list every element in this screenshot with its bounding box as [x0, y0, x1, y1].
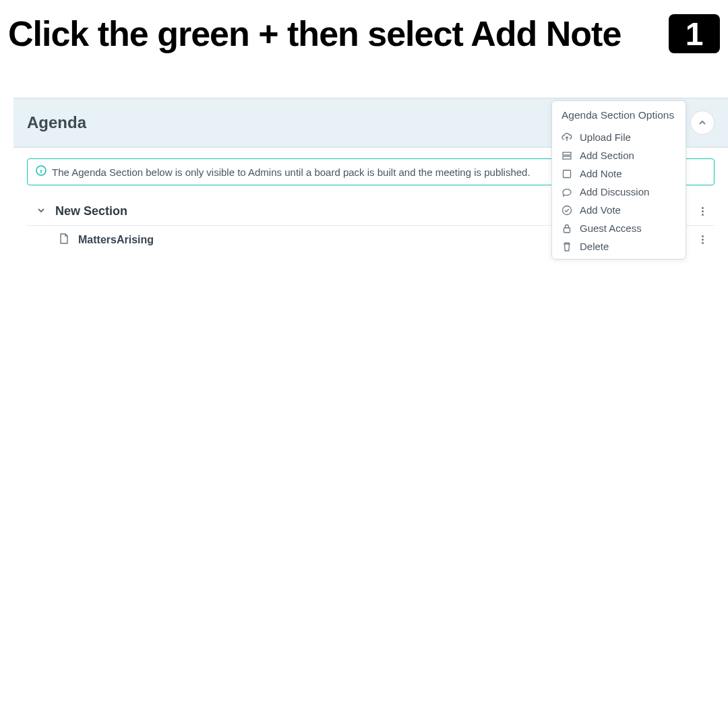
step-badge: 1	[669, 14, 720, 53]
section-options-dropdown: Agenda Section Options Upload File Add S…	[551, 100, 686, 260]
lock-icon	[562, 223, 572, 234]
chat-icon	[562, 187, 572, 198]
agenda-title: Agenda	[27, 113, 86, 132]
note-icon	[562, 169, 572, 179]
svg-rect-6	[563, 152, 571, 155]
menu-add-section[interactable]: Add Section	[552, 146, 686, 164]
check-circle-icon	[562, 205, 572, 216]
menu-label: Add Vote	[580, 204, 621, 216]
menu-upload-file[interactable]: Upload File	[552, 128, 686, 146]
menu-delete[interactable]: Delete	[552, 237, 686, 259]
svg-rect-8	[564, 170, 571, 177]
menu-label: Add Discussion	[580, 186, 649, 198]
menu-guest-access[interactable]: Guest Access	[552, 219, 686, 237]
svg-rect-7	[563, 156, 571, 159]
menu-label: Delete	[580, 241, 609, 252]
menu-add-vote[interactable]: Add Vote	[552, 201, 686, 219]
dropdown-title: Agenda Section Options	[552, 101, 686, 128]
chevron-down-icon	[36, 206, 46, 218]
item-kebab-button[interactable]	[696, 233, 709, 247]
cloud-upload-icon	[562, 132, 572, 143]
menu-label: Guest Access	[580, 222, 642, 234]
instruction-text: Click the green + then select Add Note	[8, 13, 621, 54]
trash-icon	[562, 241, 572, 252]
menu-label: Add Section	[580, 150, 634, 161]
section-kebab-button[interactable]	[696, 204, 709, 218]
instruction-header: Click the green + then select Add Note 1	[0, 0, 728, 67]
collapse-button[interactable]	[690, 111, 715, 135]
menu-add-discussion[interactable]: Add Discussion	[552, 183, 686, 201]
info-icon	[36, 165, 47, 179]
chevron-up-icon	[698, 118, 707, 127]
menu-label: Add Note	[580, 168, 622, 179]
menu-label: Upload File	[580, 131, 631, 143]
document-icon	[59, 233, 69, 247]
info-text: The Agenda Section below is only visible…	[52, 166, 530, 178]
menu-add-note[interactable]: Add Note	[552, 164, 686, 183]
svg-point-9	[563, 206, 572, 214]
svg-rect-10	[564, 228, 570, 233]
sections-icon	[562, 150, 572, 161]
